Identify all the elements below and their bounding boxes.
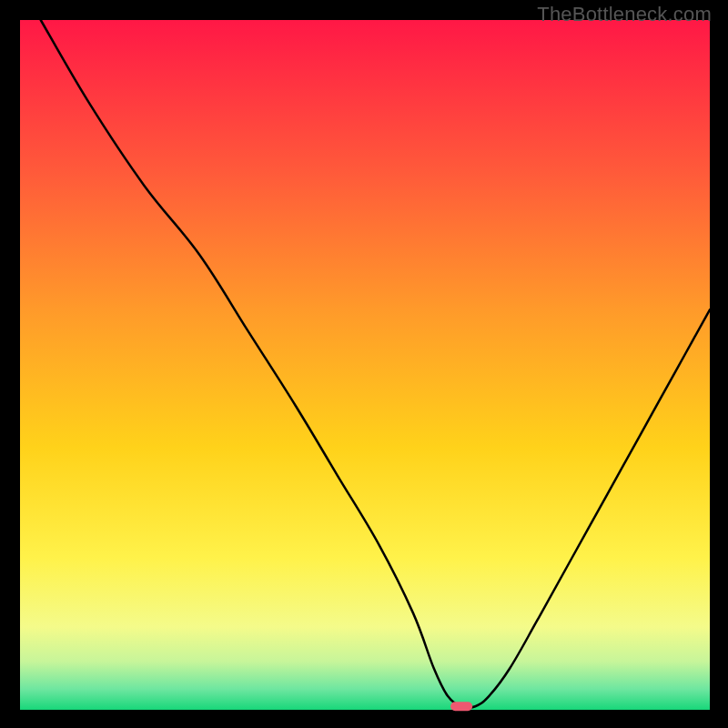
watermark-text: TheBottleneck.com	[537, 3, 712, 26]
optimal-marker	[450, 702, 472, 711]
plot-background	[20, 20, 710, 710]
bottleneck-chart	[0, 0, 728, 728]
chart-container: TheBottleneck.com	[0, 0, 728, 728]
